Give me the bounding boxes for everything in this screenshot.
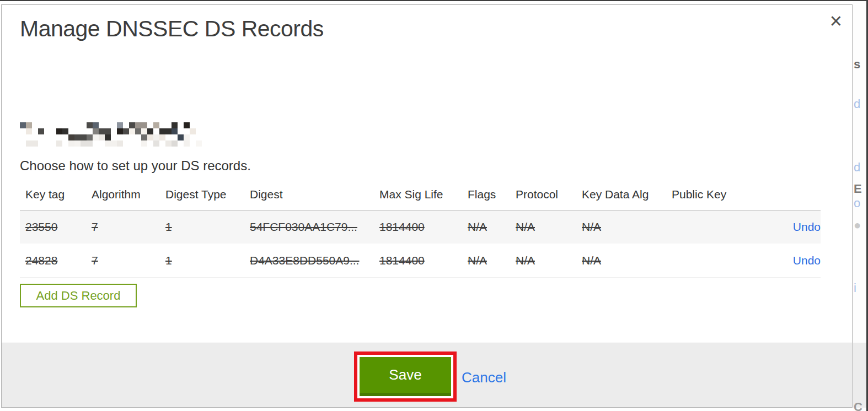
modal-title: Manage DNSSEC DS Records <box>20 16 324 42</box>
col-header-flags: Flags <box>462 182 510 210</box>
cell-max-sig-life: 1814400 <box>379 254 425 267</box>
table-row: 24828 7 1 D4A33E8DD550A9... 1814400 N/A … <box>20 244 821 278</box>
col-header-public-key: Public Key <box>666 182 743 210</box>
col-header-max-sig-life: Max Sig Life <box>374 182 462 210</box>
col-header-key-data-alg: Key Data Alg <box>576 182 666 210</box>
background-text-fragment: i <box>854 281 856 295</box>
cell-digest: D4A33E8DD550A9... <box>250 254 359 267</box>
col-header-digest: Digest <box>244 182 374 210</box>
background-footer-strip <box>853 343 868 408</box>
background-text-fragment: s <box>854 57 860 72</box>
background-text-fragment: E <box>854 182 862 196</box>
modal-footer: Save Cancel <box>2 343 852 407</box>
undo-link[interactable]: Undo <box>793 254 821 267</box>
col-header-digest-type: Digest Type <box>160 182 244 210</box>
undo-link[interactable]: Undo <box>793 220 821 233</box>
ds-records-table: Key tag Algorithm Digest Type Digest Max… <box>20 182 821 278</box>
dnssec-modal: × Manage DNSSEC DS Records Choose how to… <box>1 4 853 408</box>
background-text-fragment: d <box>854 97 860 111</box>
table-row: 23550 7 1 54FCF030AA1C79... 1814400 N/A … <box>20 210 821 244</box>
cell-digest-type: 1 <box>165 254 172 267</box>
background-text-fragment: C <box>854 400 862 411</box>
cell-key-tag: 23550 <box>25 220 57 233</box>
cell-key-data-alg: N/A <box>582 220 601 233</box>
close-icon[interactable]: × <box>830 10 842 31</box>
cell-key-tag: 24828 <box>25 254 57 267</box>
background-page-strip: sddEo●iC <box>853 0 868 411</box>
col-header-protocol: Protocol <box>510 182 576 210</box>
cell-flags: N/A <box>468 254 487 267</box>
background-text-fragment: o <box>854 196 860 210</box>
background-text-fragment: d <box>854 160 860 175</box>
instruction-text: Choose how to set up your DS records. <box>20 158 251 174</box>
page: × Manage DNSSEC DS Records Choose how to… <box>0 0 868 411</box>
add-ds-record-button[interactable]: Add DS Record <box>20 284 137 307</box>
table-header-row: Key tag Algorithm Digest Type Digest Max… <box>20 182 821 210</box>
background-text-fragment: ● <box>854 218 861 232</box>
save-button[interactable]: Save <box>360 357 451 396</box>
cell-algorithm: 7 <box>92 254 98 267</box>
cell-digest-type: 1 <box>165 220 172 233</box>
cell-algorithm: 7 <box>92 220 98 233</box>
col-header-key-tag: Key tag <box>20 182 86 210</box>
redacted-domain-name <box>20 122 202 147</box>
cell-protocol: N/A <box>516 254 535 267</box>
col-header-algorithm: Algorithm <box>86 182 160 210</box>
cell-digest: 54FCF030AA1C79... <box>250 220 357 233</box>
cell-key-data-alg: N/A <box>582 254 601 267</box>
cell-max-sig-life: 1814400 <box>379 220 425 233</box>
cell-protocol: N/A <box>516 220 535 233</box>
cell-flags: N/A <box>468 220 487 233</box>
col-header-actions <box>743 182 821 210</box>
cancel-link[interactable]: Cancel <box>462 369 506 386</box>
annotation-highlight-box: Save <box>354 351 457 402</box>
